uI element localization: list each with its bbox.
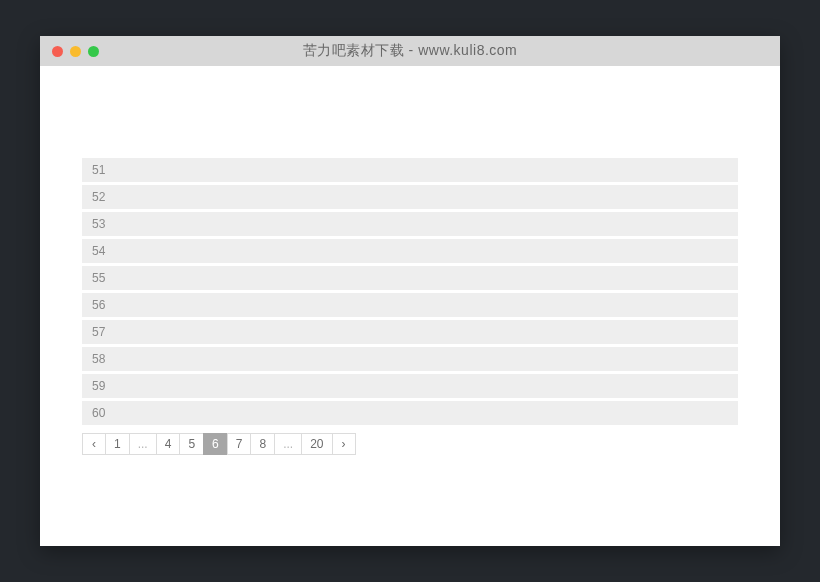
- browser-window: 苦力吧素材下载 - www.kuli8.com 51 52 53 54 55 5…: [40, 36, 780, 546]
- list-item: 51: [82, 158, 738, 182]
- page-number-button[interactable]: 5: [179, 433, 204, 455]
- pagination: ‹ 1 ... 4 5 6 7 8 ... 20 ›: [82, 433, 738, 455]
- prev-page-button[interactable]: ‹: [82, 433, 106, 455]
- list-item: 53: [82, 212, 738, 236]
- list-item: 55: [82, 266, 738, 290]
- list-item: 52: [82, 185, 738, 209]
- titlebar: 苦力吧素材下载 - www.kuli8.com: [40, 36, 780, 66]
- next-page-button[interactable]: ›: [332, 433, 356, 455]
- list-item: 57: [82, 320, 738, 344]
- page-ellipsis: ...: [129, 433, 157, 455]
- page-number-button[interactable]: 1: [105, 433, 130, 455]
- content-area: 51 52 53 54 55 56 57 58 59 60 ‹ 1 ... 4 …: [40, 66, 780, 546]
- traffic-lights: [40, 46, 99, 57]
- minimize-window-button[interactable]: [70, 46, 81, 57]
- list-item: 59: [82, 374, 738, 398]
- page-ellipsis: ...: [274, 433, 302, 455]
- page-number-button-active[interactable]: 6: [203, 433, 228, 455]
- item-list: 51 52 53 54 55 56 57 58 59 60: [82, 158, 738, 425]
- list-item: 58: [82, 347, 738, 371]
- close-window-button[interactable]: [52, 46, 63, 57]
- page-number-button[interactable]: 7: [227, 433, 252, 455]
- list-item: 54: [82, 239, 738, 263]
- list-item: 56: [82, 293, 738, 317]
- page-number-button[interactable]: 20: [301, 433, 332, 455]
- page-number-button[interactable]: 8: [250, 433, 275, 455]
- window-title: 苦力吧素材下载 - www.kuli8.com: [40, 42, 780, 60]
- page-number-button[interactable]: 4: [156, 433, 181, 455]
- list-item: 60: [82, 401, 738, 425]
- maximize-window-button[interactable]: [88, 46, 99, 57]
